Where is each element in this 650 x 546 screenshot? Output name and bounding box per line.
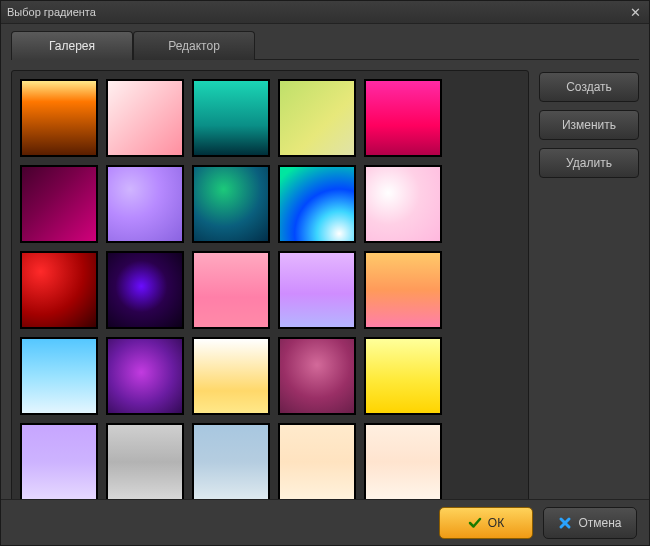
- gallery-frame: [11, 70, 529, 510]
- gradient-swatch[interactable]: [20, 79, 98, 157]
- gallery-grid: [20, 79, 520, 501]
- gradient-swatch[interactable]: [20, 423, 98, 501]
- close-button[interactable]: ✕: [627, 4, 643, 20]
- gradient-swatch[interactable]: [192, 165, 270, 243]
- gallery-scroll[interactable]: [16, 75, 524, 505]
- create-button[interactable]: Создать: [539, 72, 639, 102]
- gradient-swatch[interactable]: [106, 423, 184, 501]
- gradient-swatch[interactable]: [278, 337, 356, 415]
- gradient-swatch[interactable]: [278, 79, 356, 157]
- delete-button-label: Удалить: [566, 156, 612, 170]
- gradient-swatch[interactable]: [106, 165, 184, 243]
- close-icon: ✕: [630, 6, 641, 19]
- window-title: Выбор градиента: [7, 6, 627, 18]
- tab-editor-label: Редактор: [168, 39, 220, 53]
- content-area: Создать Изменить Удалить: [11, 59, 639, 510]
- edit-button-label: Изменить: [562, 118, 616, 132]
- edit-button[interactable]: Изменить: [539, 110, 639, 140]
- gradient-swatch[interactable]: [20, 251, 98, 329]
- tab-gallery[interactable]: Галерея: [11, 31, 133, 60]
- gradient-swatch[interactable]: [106, 251, 184, 329]
- check-icon: [468, 516, 482, 530]
- gradient-swatch[interactable]: [364, 79, 442, 157]
- ok-button[interactable]: ОК: [439, 507, 533, 539]
- gradient-swatch[interactable]: [20, 165, 98, 243]
- dialog-body: Галерея Редактор Создать Изменить Удалит…: [1, 23, 649, 499]
- gradient-swatch[interactable]: [364, 423, 442, 501]
- cancel-button[interactable]: Отмена: [543, 507, 637, 539]
- create-button-label: Создать: [566, 80, 612, 94]
- side-actions: Создать Изменить Удалить: [539, 70, 639, 510]
- ok-button-label: ОК: [488, 516, 504, 530]
- gradient-swatch[interactable]: [192, 423, 270, 501]
- gradient-swatch[interactable]: [192, 337, 270, 415]
- cancel-icon: [558, 516, 572, 530]
- gradient-swatch[interactable]: [364, 337, 442, 415]
- gradient-swatch[interactable]: [20, 337, 98, 415]
- tab-bar: Галерея Редактор: [11, 31, 639, 59]
- gradient-swatch[interactable]: [278, 251, 356, 329]
- gradient-swatch[interactable]: [278, 165, 356, 243]
- gradient-swatch[interactable]: [192, 79, 270, 157]
- gradient-swatch[interactable]: [192, 251, 270, 329]
- tab-gallery-label: Галерея: [49, 39, 95, 53]
- gradient-picker-dialog: Выбор градиента ✕ Галерея Редактор Созда…: [0, 0, 650, 546]
- title-bar: Выбор градиента ✕: [1, 1, 649, 24]
- cancel-button-label: Отмена: [578, 516, 621, 530]
- gradient-swatch[interactable]: [364, 165, 442, 243]
- tab-editor[interactable]: Редактор: [133, 31, 255, 60]
- gradient-swatch[interactable]: [364, 251, 442, 329]
- delete-button[interactable]: Удалить: [539, 148, 639, 178]
- gradient-swatch[interactable]: [106, 337, 184, 415]
- gradient-swatch[interactable]: [106, 79, 184, 157]
- gradient-swatch[interactable]: [278, 423, 356, 501]
- dialog-footer: ОК Отмена: [1, 499, 649, 545]
